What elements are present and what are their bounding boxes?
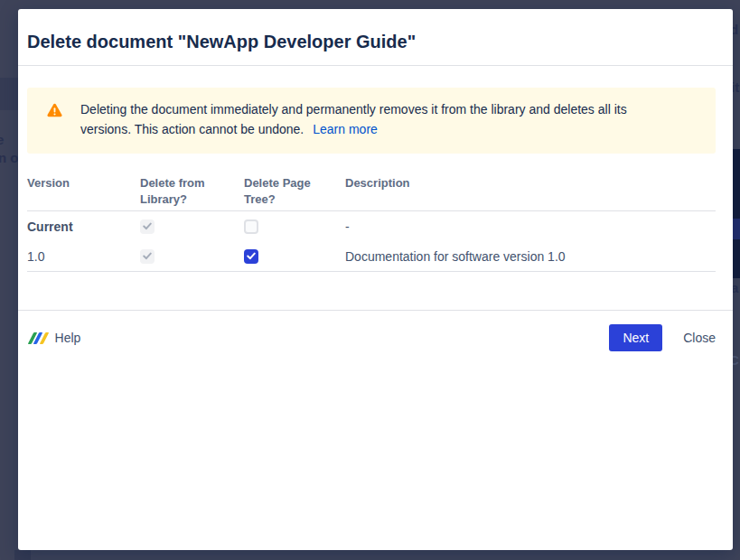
scroll-logo-icon bbox=[30, 332, 47, 344]
footer-actions: Next Close bbox=[609, 324, 716, 351]
delete-from-library-checkbox bbox=[140, 219, 155, 234]
versions-table: Version Delete from Library? Delete Page… bbox=[27, 175, 716, 272]
delete-page-tree-checkbox[interactable] bbox=[244, 249, 258, 264]
help-link[interactable]: Help bbox=[30, 331, 80, 345]
backdrop-fragment-text: e bbox=[0, 132, 4, 147]
dialog-footer: Help Next Close bbox=[18, 310, 733, 351]
help-label: Help bbox=[55, 331, 81, 345]
delete-document-dialog: Delete document "NewApp Developer Guide"… bbox=[18, 9, 733, 550]
backdrop-fragment-block bbox=[0, 78, 18, 110]
learn-more-link[interactable]: Learn more bbox=[313, 122, 378, 136]
column-header-delete-from-library: Delete from Library? bbox=[140, 175, 244, 208]
column-header-delete-page-tree: Delete Page Tree? bbox=[244, 175, 345, 208]
delete-from-library-checkbox bbox=[140, 249, 155, 264]
warning-icon bbox=[47, 103, 62, 117]
warning-banner: Deleting the document immediately and pe… bbox=[27, 88, 716, 154]
versions-table-header: Version Delete from Library? Delete Page… bbox=[27, 175, 716, 211]
backdrop-fragment-block bbox=[14, 550, 31, 560]
dialog-header: Delete document "NewApp Developer Guide" bbox=[18, 9, 733, 66]
next-button[interactable]: Next bbox=[609, 324, 662, 351]
versions-table-body: Current - 1.0 bbox=[27, 211, 716, 272]
backdrop-fragment-blue-patch bbox=[733, 219, 740, 239]
version-description: - bbox=[345, 219, 716, 234]
backdrop-fragment-text: n o bbox=[0, 150, 19, 165]
table-row-current: Current - bbox=[27, 211, 716, 241]
delete-page-tree-checkbox[interactable] bbox=[244, 219, 258, 234]
column-header-version: Version bbox=[27, 175, 140, 208]
dialog-title: Delete document "NewApp Developer Guide" bbox=[18, 9, 733, 52]
version-label: Current bbox=[27, 219, 140, 234]
version-label: 1.0 bbox=[27, 249, 140, 264]
table-row-1.0: 1.0 Documentation for software version 1… bbox=[27, 241, 716, 271]
version-description: Documentation for software version 1.0 bbox=[345, 249, 716, 264]
backdrop-fragment-dark-panel bbox=[733, 149, 740, 278]
column-header-description: Description bbox=[345, 175, 716, 208]
warning-message: Deleting the document immediately and pe… bbox=[80, 99, 679, 139]
close-button[interactable]: Close bbox=[683, 331, 716, 345]
